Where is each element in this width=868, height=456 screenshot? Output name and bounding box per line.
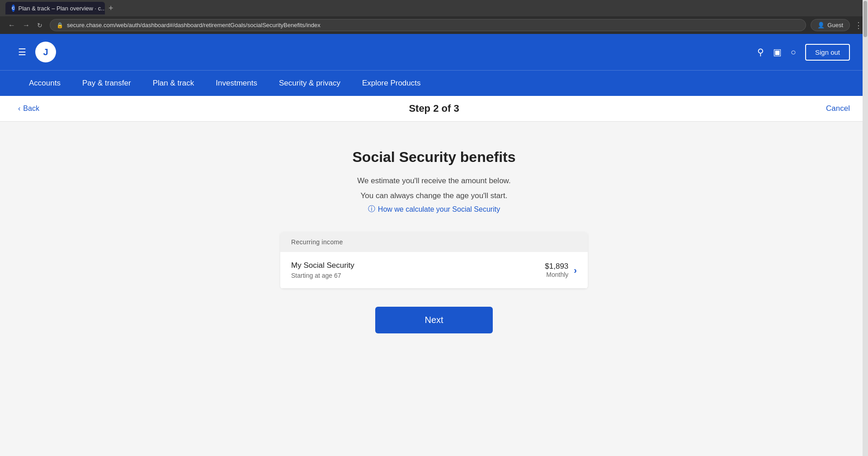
search-icon: ⚲ <box>757 47 764 57</box>
description-line-1: We estimate you'll receive the amount be… <box>357 175 510 187</box>
account-button[interactable]: ○ <box>791 47 796 57</box>
nav-item-accounts[interactable]: Accounts <box>18 71 71 96</box>
address-bar[interactable]: 🔒 secure.chase.com/web/auth/dashboard#/d… <box>50 19 806 31</box>
notifications-icon: ▣ <box>773 47 782 57</box>
scrollbar-thumb[interactable] <box>863 1 867 37</box>
forward-browser-button[interactable]: → <box>20 19 33 31</box>
how-we-calculate-link[interactable]: ⓘ How we calculate your Social Security <box>368 204 500 214</box>
social-security-row[interactable]: My Social Security Starting at age 67 $1… <box>280 252 588 289</box>
next-button[interactable]: Next <box>375 307 493 333</box>
social-security-subtitle: Starting at age 67 <box>291 272 545 279</box>
tab-bar: C Plan & track – Plan overview · c... ✕ … <box>0 0 868 16</box>
description-line-2: You can always change the age you'll sta… <box>361 190 508 202</box>
income-card: Recurring income My Social Security Star… <box>280 232 588 289</box>
address-bar-row: ← → ↻ 🔒 secure.chase.com/web/auth/dashbo… <box>0 16 868 34</box>
income-table-header: Recurring income <box>280 232 588 252</box>
scrollbar[interactable] <box>863 0 868 456</box>
back-button[interactable]: ‹ Back <box>18 104 39 113</box>
chevron-right-icon: › <box>574 265 577 276</box>
url-text: secure.chase.com/web/auth/dashboard#/das… <box>67 22 321 28</box>
nav-item-investments[interactable]: Investments <box>205 71 268 96</box>
back-browser-button[interactable]: ← <box>5 19 18 31</box>
page-title: Social Security benefits <box>352 149 515 166</box>
new-tab-button[interactable]: + <box>108 4 113 13</box>
social-security-name: My Social Security <box>291 261 545 270</box>
sign-out-button[interactable]: Sign out <box>805 44 850 61</box>
step-bar: ‹ Back Step 2 of 3 Cancel <box>0 96 868 122</box>
profile-button[interactable]: 👤 Guest <box>811 19 850 31</box>
secure-icon: 🔒 <box>57 22 63 28</box>
income-row-right: $1,893 Monthly <box>545 262 568 278</box>
income-row-left: My Social Security Starting at age 67 <box>291 261 545 279</box>
social-security-amount: $1,893 <box>545 262 568 271</box>
social-security-frequency: Monthly <box>545 271 568 278</box>
profile-icon: 👤 <box>817 22 825 28</box>
hamburger-icon: ☰ <box>18 47 26 57</box>
back-label: Back <box>23 104 39 113</box>
profile-label: Guest <box>827 22 843 28</box>
tab-label: Plan & track – Plan overview · c... <box>19 5 105 12</box>
main-content: Social Security benefits We estimate you… <box>0 122 868 438</box>
account-icon: ○ <box>791 47 796 57</box>
cancel-button[interactable]: Cancel <box>826 104 850 113</box>
refresh-button[interactable]: ↻ <box>34 19 45 31</box>
step-indicator: Step 2 of 3 <box>409 103 459 114</box>
active-tab[interactable]: C Plan & track – Plan overview · c... ✕ <box>5 2 105 14</box>
header-icons: ⚲ ▣ ○ Sign out <box>757 44 850 61</box>
notifications-button[interactable]: ▣ <box>773 47 782 57</box>
back-arrow-icon: ‹ <box>18 104 20 113</box>
how-link-label: How we calculate your Social Security <box>378 205 500 214</box>
chase-logo: J <box>35 42 56 62</box>
browser-menu-button[interactable]: ⋮ <box>854 20 863 30</box>
main-navigation: Accounts Pay & transfer Plan & track Inv… <box>0 70 868 96</box>
nav-item-explore-products[interactable]: Explore Products <box>351 71 431 96</box>
nav-item-pay-transfer[interactable]: Pay & transfer <box>71 71 142 96</box>
info-circle-icon: ⓘ <box>368 204 375 214</box>
tab-favicon: C <box>12 5 15 12</box>
browser-nav-arrows: ← → ↻ <box>5 19 45 31</box>
chase-header: ☰ J ⚲ ▣ ○ Sign out <box>0 34 868 70</box>
hamburger-menu-button[interactable]: ☰ <box>18 47 26 57</box>
nav-item-plan-track[interactable]: Plan & track <box>142 71 205 96</box>
search-button[interactable]: ⚲ <box>757 47 764 57</box>
nav-item-security-privacy[interactable]: Security & privacy <box>268 71 351 96</box>
